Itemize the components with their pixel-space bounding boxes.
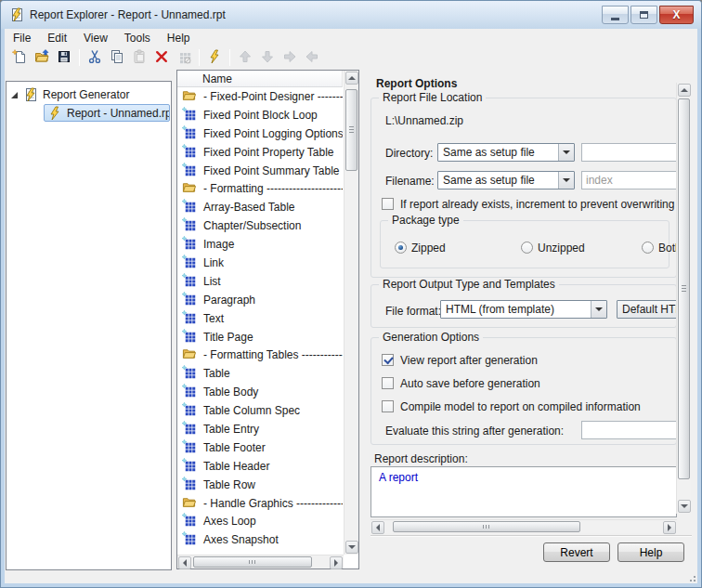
component-icon	[182, 125, 203, 142]
list-item-label: - Handle Graphics ----------------	[203, 497, 343, 510]
scroll-down-button[interactable]	[345, 541, 358, 554]
list-item-list[interactable]: List	[177, 272, 343, 291]
report-description-textarea[interactable]: A report	[370, 466, 677, 517]
scroll-up-button[interactable]	[345, 72, 358, 85]
list-item-handle-graphics[interactable]: - Handle Graphics ----------------	[177, 494, 343, 513]
scroll-left-button[interactable]	[178, 556, 191, 569]
radio-unzipped[interactable]	[521, 242, 533, 254]
list-item-table-row[interactable]: Table Row	[177, 476, 343, 494]
checkbox-auto-save[interactable]	[382, 377, 394, 389]
list-item-label: Image	[203, 238, 234, 251]
filename-combo[interactable]: Same as setup file	[437, 171, 575, 189]
evaluate-input[interactable]	[581, 421, 677, 439]
help-button[interactable]: Help	[618, 542, 684, 562]
list-item-axes-snapshot[interactable]: Axes Snapshot	[177, 530, 343, 549]
radio-both[interactable]	[642, 242, 654, 254]
tree-item-report-unnamed[interactable]: Report - Unnamed.rpt*	[44, 104, 170, 122]
app-report-icon	[9, 7, 24, 22]
chevron-down-icon[interactable]	[591, 301, 606, 318]
move-left-button	[301, 47, 323, 68]
report-generator-icon	[23, 87, 38, 102]
list-item-image[interactable]: Image	[177, 235, 343, 254]
options-hscrollbar[interactable]	[370, 519, 677, 533]
menu-help[interactable]: Help	[159, 31, 199, 46]
chevron-down-icon[interactable]	[558, 172, 574, 189]
list-item-fixed-point-summary-table[interactable]: Fixed Point Summary Table	[177, 162, 343, 180]
scroll-down-button[interactable]	[678, 500, 691, 513]
list-item-formatting[interactable]: - Formatting ------------------------	[177, 179, 343, 198]
list-item-formatting-tables[interactable]: - Formatting Tables ---------------	[177, 346, 343, 364]
folder-icon	[182, 495, 203, 512]
hscroll-thumb[interactable]	[193, 556, 312, 568]
component-icon	[182, 163, 203, 179]
file-format-combo[interactable]: HTML (from template)	[440, 300, 607, 319]
menu-file[interactable]: File	[5, 31, 39, 46]
scroll-right-button[interactable]	[663, 521, 676, 534]
increment-checkbox[interactable]	[382, 198, 394, 210]
group-label: Package type	[388, 214, 463, 227]
tree-expand-icon[interactable]	[10, 90, 20, 99]
checkbox-view-report[interactable]	[382, 354, 394, 366]
generate-report-button[interactable]	[203, 47, 226, 68]
menu-edit[interactable]: Edit	[39, 31, 75, 46]
list-item-title-page[interactable]: Title Page	[177, 328, 343, 346]
list-item-table-footer[interactable]: Table Footer	[177, 438, 343, 457]
list-item-table[interactable]: Table	[177, 364, 343, 383]
list-item-table-column-spec[interactable]: Table Column Spec	[177, 401, 343, 420]
component-list-vscrollbar[interactable]	[344, 71, 358, 555]
list-item-axes-loop[interactable]: Axes Loop	[177, 512, 343, 530]
menu-view[interactable]: View	[75, 31, 116, 46]
list-item-label: List	[203, 275, 221, 288]
list-header-name[interactable]: Name	[177, 71, 343, 87]
delete-icon	[154, 49, 169, 67]
list-item-label: Table Column Spec	[203, 404, 300, 417]
list-item-table-entry[interactable]: Table Entry	[177, 420, 343, 438]
list-item-chapter-subsection[interactable]: Chapter/Subsection	[177, 216, 343, 235]
checkbox-compile-model[interactable]	[382, 400, 394, 412]
options-vscrollbar[interactable]	[676, 83, 691, 514]
component-icon	[182, 458, 203, 475]
chevron-down-icon[interactable]	[558, 144, 574, 161]
menu-tools[interactable]: Tools	[116, 31, 159, 46]
new-report-button[interactable]	[8, 47, 31, 68]
delete-button[interactable]	[150, 47, 173, 68]
title-bar[interactable]: Report Explorer - Report - Unnamed.rpt X	[1, 1, 701, 29]
list-item-table-header[interactable]: Table Header	[177, 457, 343, 476]
scroll-up-button[interactable]	[678, 84, 691, 97]
maximize-button[interactable]	[630, 6, 657, 24]
component-list-hscrollbar[interactable]	[177, 555, 344, 568]
group-label: Generation Options	[379, 331, 483, 344]
vscroll-thumb[interactable]	[678, 98, 690, 479]
directory-combo[interactable]: Same as setup file	[437, 143, 575, 162]
arrow-down-icon	[681, 504, 688, 512]
scroll-right-button[interactable]	[330, 556, 343, 569]
minimize-button[interactable]	[602, 6, 629, 24]
list-item-fixed-point-logging-options[interactable]: Fixed Point Logging Options	[177, 124, 343, 143]
resize-grip[interactable]	[687, 573, 696, 582]
list-item-paragraph[interactable]: Paragraph	[177, 291, 343, 309]
revert-button[interactable]: Revert	[543, 542, 610, 562]
hscroll-thumb[interactable]	[393, 521, 580, 532]
list-item-link[interactable]: Link	[177, 254, 343, 272]
save-report-button[interactable]	[53, 47, 75, 68]
filename-field[interactable]	[581, 171, 677, 189]
cut-button[interactable]	[84, 47, 106, 68]
directory-field[interactable]	[581, 143, 677, 162]
list-item-fixed-point-designer[interactable]: - Fixed-Point Designer ------------	[177, 87, 343, 106]
radio-zipped[interactable]	[395, 242, 407, 254]
list-item-fixed-point-property-table[interactable]: Fixed Point Property Table	[177, 143, 343, 162]
copy-button[interactable]	[106, 47, 128, 68]
list-item-text[interactable]: Text	[177, 309, 343, 328]
tree-item-report-generator[interactable]: Report Generator	[10, 86, 129, 103]
list-item-label: Table	[203, 367, 230, 380]
vscroll-thumb[interactable]	[345, 89, 358, 171]
open-report-button[interactable]	[31, 47, 53, 68]
template-button[interactable]: Default HTM	[617, 300, 677, 319]
move-up-button	[234, 47, 256, 68]
list-item-table-body[interactable]: Table Body	[177, 383, 343, 401]
footer-separator	[370, 535, 692, 537]
scroll-left-button[interactable]	[371, 521, 384, 534]
close-button[interactable]: X	[659, 6, 694, 24]
list-item-fixed-point-block-loop[interactable]: Fixed Point Block Loop	[177, 106, 343, 124]
list-item-array-based-table[interactable]: Array-Based Table	[177, 198, 343, 216]
